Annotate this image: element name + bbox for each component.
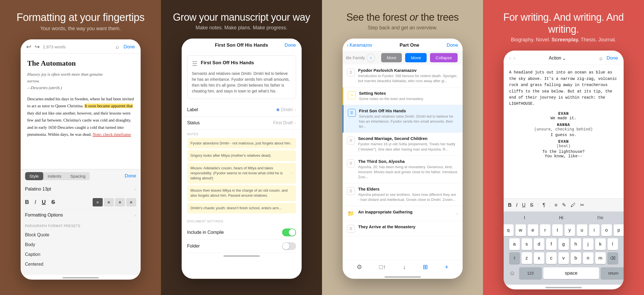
align-icon[interactable]: ≡ [553, 201, 559, 209]
font-chevron-icon[interactable]: › [134, 186, 136, 192]
key-b[interactable]: b [571, 252, 581, 264]
export-icon[interactable]: ↓ [403, 263, 406, 271]
settings-icon[interactable]: ⚙ [357, 263, 362, 271]
p3-done-button[interactable]: Done [447, 42, 458, 48]
outline-item-3[interactable]: ☰ First Son Off His Hands Servants and r… [343, 105, 463, 133]
align-left-button[interactable]: ≡ [93, 198, 103, 206]
key-f[interactable]: f [546, 238, 557, 250]
more-button[interactable]: More [381, 53, 402, 62]
outline-item-8[interactable]: ☰ They Arrive at the Monastery [343, 221, 463, 236]
key-l[interactable]: l [607, 238, 618, 250]
paragraph-icon[interactable]: ¶ [542, 201, 547, 209]
folder-toggle[interactable] [282, 242, 296, 250]
key-t[interactable]: t [552, 224, 563, 236]
outline-title-2: Setting Notes [359, 91, 458, 96]
key-n[interactable]: n [583, 252, 593, 264]
outline-item-2[interactable]: ✎ Setting Notes Some notes on the town a… [343, 87, 463, 105]
search-icon-4[interactable]: ⌕ [599, 55, 603, 61]
preset-centered[interactable]: Centered [25, 260, 136, 269]
key-c[interactable]: c [546, 252, 557, 264]
shift-key[interactable]: ⇧ [509, 252, 520, 264]
key-w[interactable]: w [515, 224, 526, 236]
return-key[interactable]: return [601, 267, 624, 279]
tab-indents[interactable]: Indents [43, 172, 66, 180]
italic-button[interactable]: I [35, 199, 36, 205]
space-key[interactable]: space [543, 267, 599, 279]
underline-button[interactable]: U [42, 199, 46, 205]
key-j[interactable]: j [583, 238, 593, 250]
bold-icon[interactable]: B [507, 201, 513, 209]
format-options-chevron-icon[interactable]: › [134, 212, 136, 218]
key-q[interactable]: q [504, 224, 514, 236]
note-chevron-3-icon[interactable]: › [291, 170, 293, 176]
move-button[interactable]: Move [405, 53, 427, 62]
key-k[interactable]: k [595, 238, 606, 250]
outline-item-5[interactable]: ☰ The Third Son, Alyosha Alyosha, 20, ha… [343, 156, 463, 184]
share-icon[interactable]: □↑ [379, 263, 386, 271]
emoji-button[interactable]: ☺ [507, 270, 518, 277]
align-right-button[interactable]: ≡ [115, 198, 125, 206]
suggestion-2[interactable]: Hi [556, 214, 566, 222]
collapse-button[interactable]: Collapse [430, 53, 457, 62]
outline-item-7[interactable]: 📁 An Inappropriate Gathering › [343, 206, 463, 221]
key-y[interactable]: y [564, 224, 575, 236]
key-p[interactable]: p [614, 224, 624, 236]
key-m[interactable]: m [595, 252, 606, 264]
action-dropdown[interactable]: Action ⌄ [549, 56, 566, 61]
add-folder-icon[interactable]: ⊞ [423, 263, 428, 271]
edit-icon[interactable]: ✎ [561, 201, 567, 209]
key-g[interactable]: g [558, 238, 569, 250]
search-icon[interactable]: ⌕ [116, 44, 119, 50]
key-h[interactable]: h [571, 238, 581, 250]
key-e[interactable]: e [528, 224, 538, 236]
preset-caption[interactable]: Caption [25, 250, 136, 260]
bold-button[interactable]: B [25, 199, 29, 205]
format-done-button[interactable]: Done [125, 173, 136, 179]
key-s[interactable]: s [522, 238, 532, 250]
strikethrough-button[interactable]: S [51, 199, 55, 205]
status-chevron-icon[interactable]: › [294, 120, 296, 125]
done-button-4[interactable]: Done [607, 55, 618, 61]
scissors-icon[interactable]: ✂ [579, 201, 585, 209]
preset-body[interactable]: Body [25, 240, 136, 250]
back-button-3[interactable]: ‹ Karamazov [347, 43, 372, 48]
key-d[interactable]: d [534, 238, 544, 250]
key-z[interactable]: z [522, 252, 532, 264]
tab-spacing[interactable]: Spacing [66, 172, 90, 180]
strikethrough-icon[interactable]: S [529, 201, 535, 209]
format-toolbar: Style Indents Spacing Done Palatino 13pt… [21, 169, 141, 275]
panel-3-iphone: ‹ Karamazov Part One Done ttle Family › … [343, 39, 463, 279]
redo-icon[interactable]: ↪ [35, 43, 40, 51]
delete-key[interactable]: ⌫ [607, 252, 618, 264]
outline-item-1[interactable]: ☰ Fyodor Pavlovich Karamazov Introductio… [343, 65, 463, 87]
p2-done-button[interactable]: Done [285, 42, 296, 48]
key-v[interactable]: v [558, 252, 569, 264]
forward-icon-4[interactable]: › [513, 54, 515, 62]
add-doc-icon[interactable]: + [445, 263, 448, 271]
back-icon-4[interactable]: ‹ [509, 54, 511, 62]
outline-chevron-7-icon[interactable]: › [456, 211, 458, 217]
key-r[interactable]: r [540, 224, 551, 236]
key-u[interactable]: u [577, 224, 587, 236]
numbers-key[interactable]: 123 [519, 267, 542, 279]
align-center-button[interactable]: ≡ [104, 198, 114, 206]
outline-item-4[interactable]: ☰ Second Marriage, Second Children Fyodo… [343, 133, 463, 155]
key-o[interactable]: o [601, 224, 612, 236]
italic-icon[interactable]: I [515, 201, 519, 209]
tab-style[interactable]: Style [25, 172, 43, 180]
undo-icon[interactable]: ↩ [26, 43, 31, 51]
align-justify-button[interactable]: ≡ [126, 198, 136, 206]
preset-block-quote[interactable]: Block Quote [25, 230, 136, 240]
key-a[interactable]: a [509, 238, 520, 250]
label-chevron-icon[interactable]: › [294, 107, 296, 112]
key-x[interactable]: x [534, 252, 544, 264]
underline-icon[interactable]: U [521, 201, 527, 209]
suggestion-1[interactable]: I [521, 214, 528, 222]
suggestion-3[interactable]: I'm [595, 214, 606, 222]
key-i[interactable]: i [589, 224, 600, 236]
done-button[interactable]: Done [124, 44, 135, 50]
include-compile-toggle[interactable] [282, 229, 296, 236]
filter-next-icon[interactable]: › [367, 54, 375, 62]
pen-icon[interactable]: 🖊 [569, 201, 577, 209]
outline-item-6[interactable]: ☰ The Elders Alyosha pleased to see brot… [343, 183, 463, 206]
